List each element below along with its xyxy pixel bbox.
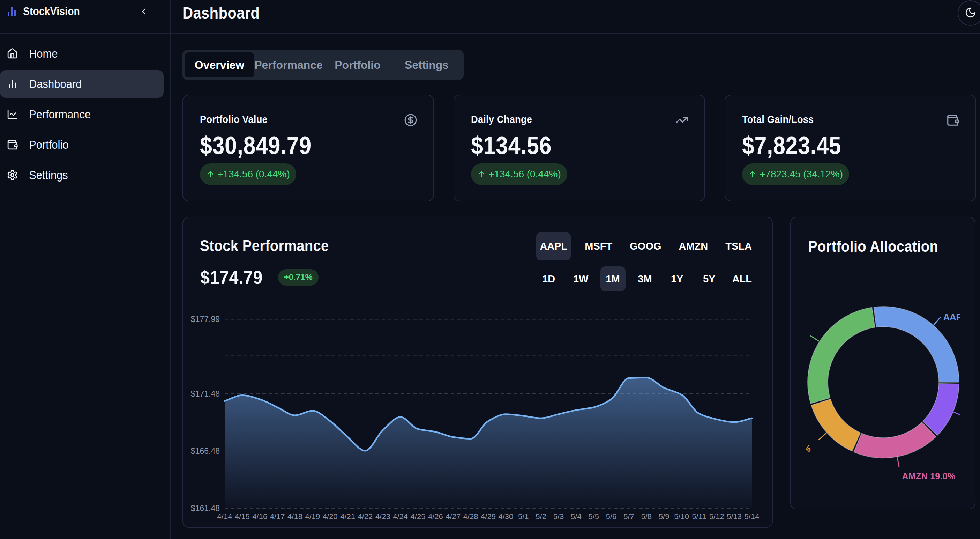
donut-label-amzn: AMZN 19.0% bbox=[902, 471, 955, 481]
allocation-title: Portfolio Allocation bbox=[808, 238, 938, 255]
portfolio-allocation-card: Portfolio Allocation AAPL 27.4%GOOG 12.4… bbox=[790, 217, 975, 509]
x-axis-label: 5/5 bbox=[588, 512, 599, 521]
ticker-button-goog[interactable]: GOOG bbox=[626, 232, 665, 260]
stat-value: $134.56 bbox=[471, 132, 552, 159]
stat-change-badge: +134.56 (0.44%) bbox=[471, 163, 567, 185]
chevron-left-icon bbox=[139, 12, 149, 18]
x-axis-label: 5/10 bbox=[674, 512, 689, 521]
stat-change-text: +7823.45 (34.12%) bbox=[759, 169, 843, 180]
stock-area-chart: $177.99$171.48$166.48$161.484/144/154/16… bbox=[183, 217, 773, 528]
stat-change-badge: +7823.45 (34.12%) bbox=[742, 163, 849, 185]
ticker-selector: AAPLMSFTGOOGAMZNTSLA bbox=[536, 232, 755, 260]
x-axis-label: 5/13 bbox=[727, 512, 742, 521]
x-axis-label: 4/23 bbox=[375, 512, 390, 521]
home-icon bbox=[6, 48, 18, 59]
x-axis-label: 5/9 bbox=[659, 512, 670, 521]
stat-label: Portfolio Value bbox=[200, 113, 267, 125]
brand-name: StockVision bbox=[23, 5, 80, 18]
x-axis-label: 4/26 bbox=[428, 512, 443, 521]
donut-segment-goog bbox=[923, 384, 959, 436]
y-axis-label: $177.99 bbox=[191, 314, 220, 324]
timeframe-selector: 1D1W1M3M1Y5YALL bbox=[536, 266, 755, 292]
stat-value: $30,849.79 bbox=[200, 132, 312, 159]
x-axis-label: 4/30 bbox=[498, 512, 513, 521]
ticker-button-aapl[interactable]: AAPL bbox=[536, 232, 571, 260]
y-axis-label: $166.48 bbox=[191, 447, 220, 456]
timeframe-button-1y[interactable]: 1Y bbox=[665, 266, 690, 292]
x-axis-label: 4/21 bbox=[340, 512, 355, 521]
stock-performance-card: Stock Performance $174.79 +0.71% AAPLMSF… bbox=[183, 217, 773, 528]
sidebar: StockVision HomeDashboardPerformancePort… bbox=[0, 0, 170, 539]
x-axis-label: 4/18 bbox=[288, 512, 302, 521]
ticker-button-amzn[interactable]: AMZN bbox=[675, 232, 712, 260]
wallet-icon bbox=[6, 139, 18, 150]
x-axis-label: 5/8 bbox=[641, 512, 652, 521]
x-axis-label: 4/29 bbox=[481, 512, 496, 521]
stat-cards-row: Portfolio Value$30,849.79+134.56 (0.44%)… bbox=[183, 95, 976, 201]
stat-change-text: +134.56 (0.44%) bbox=[217, 169, 290, 180]
gear-icon bbox=[6, 169, 18, 181]
bottom-row: Stock Performance $174.79 +0.71% AAPLMSF… bbox=[183, 217, 980, 528]
donut-label-line bbox=[897, 457, 899, 467]
collapse-sidebar-button[interactable] bbox=[138, 6, 149, 17]
sidebar-item-dashboard[interactable]: Dashboard bbox=[0, 70, 164, 98]
x-axis-label: 4/27 bbox=[445, 512, 461, 521]
tab-settings[interactable]: Settings bbox=[392, 53, 461, 78]
tab-performance[interactable]: Performance bbox=[254, 53, 323, 78]
stat-card-total-gain-loss: Total Gain/Loss$7,823.45+7823.45 (34.12%… bbox=[725, 95, 976, 201]
arrow-up-icon bbox=[748, 170, 757, 179]
donut-segment-tsla bbox=[811, 399, 860, 451]
header: Dashboard bbox=[170, 0, 980, 34]
sidebar-item-settings[interactable]: Settings bbox=[0, 161, 164, 189]
stock-chart-title: Stock Performance bbox=[200, 237, 329, 255]
timeframe-button-1d[interactable]: 1D bbox=[536, 266, 562, 292]
main-area: Dashboard OverviewPerformancePortfolioSe… bbox=[170, 0, 980, 539]
theme-toggle-button[interactable] bbox=[958, 0, 980, 26]
x-axis-label: 5/4 bbox=[571, 512, 582, 521]
tab-overview[interactable]: Overview bbox=[185, 53, 254, 78]
x-axis-label: 4/25 bbox=[410, 512, 426, 521]
timeframe-button-1m[interactable]: 1M bbox=[600, 266, 625, 292]
circle-dollar-icon bbox=[404, 113, 417, 127]
donut-label-line bbox=[810, 336, 819, 341]
donut-segment-amzn bbox=[854, 422, 936, 458]
price-line bbox=[225, 377, 752, 451]
stat-card-daily-change: Daily Change$134.56+134.56 (0.44%) bbox=[453, 95, 705, 201]
donut-label-line bbox=[934, 317, 940, 325]
sidebar-item-label: Home bbox=[29, 47, 58, 61]
stock-price-row: $174.79 +0.71% bbox=[200, 266, 318, 288]
sidebar-item-portfolio[interactable]: Portfolio bbox=[0, 131, 164, 158]
donut-label-line bbox=[819, 433, 826, 440]
x-axis-label: 4/17 bbox=[270, 512, 285, 521]
sidebar-nav: HomeDashboardPerformancePortfolioSetting… bbox=[0, 34, 170, 189]
sidebar-item-label: Portfolio bbox=[29, 138, 69, 151]
stat-label: Total Gain/Loss bbox=[742, 113, 814, 125]
donut-label-line bbox=[954, 412, 961, 416]
tab-bar: OverviewPerformancePortfolioSettings bbox=[183, 50, 464, 80]
ticker-button-tsla[interactable]: TSLA bbox=[722, 232, 755, 260]
sidebar-item-home[interactable]: Home bbox=[0, 40, 164, 67]
bar-chart-icon bbox=[6, 78, 18, 90]
arrow-up-icon bbox=[477, 170, 486, 179]
timeframe-button-3m[interactable]: 3M bbox=[633, 266, 658, 292]
line-chart-icon bbox=[6, 108, 18, 120]
dashboard-content: OverviewPerformancePortfolioSettings Por… bbox=[170, 34, 980, 528]
ticker-button-msft[interactable]: MSFT bbox=[581, 232, 616, 260]
stock-price: $174.79 bbox=[200, 266, 263, 288]
donut-segment-msft bbox=[808, 308, 875, 403]
tab-portfolio[interactable]: Portfolio bbox=[323, 53, 392, 78]
stat-value: $7,823.45 bbox=[742, 132, 841, 159]
x-axis-label: 4/24 bbox=[393, 512, 408, 521]
sidebar-item-performance[interactable]: Performance bbox=[0, 100, 164, 128]
y-axis-label: $161.48 bbox=[191, 504, 220, 513]
x-axis-label: 4/14 bbox=[217, 512, 232, 521]
x-axis-label: 5/6 bbox=[606, 512, 617, 521]
arrow-up-icon bbox=[206, 170, 215, 179]
x-axis-label: 4/16 bbox=[252, 512, 267, 521]
timeframe-button-all[interactable]: ALL bbox=[729, 266, 755, 292]
donut-label-aapl: AAPL 27.4% bbox=[943, 312, 961, 322]
timeframe-button-1w[interactable]: 1W bbox=[568, 266, 593, 292]
sidebar-item-label: Settings bbox=[29, 168, 68, 182]
timeframe-button-5y[interactable]: 5Y bbox=[697, 266, 722, 292]
stock-change-badge: +0.71% bbox=[278, 269, 318, 285]
